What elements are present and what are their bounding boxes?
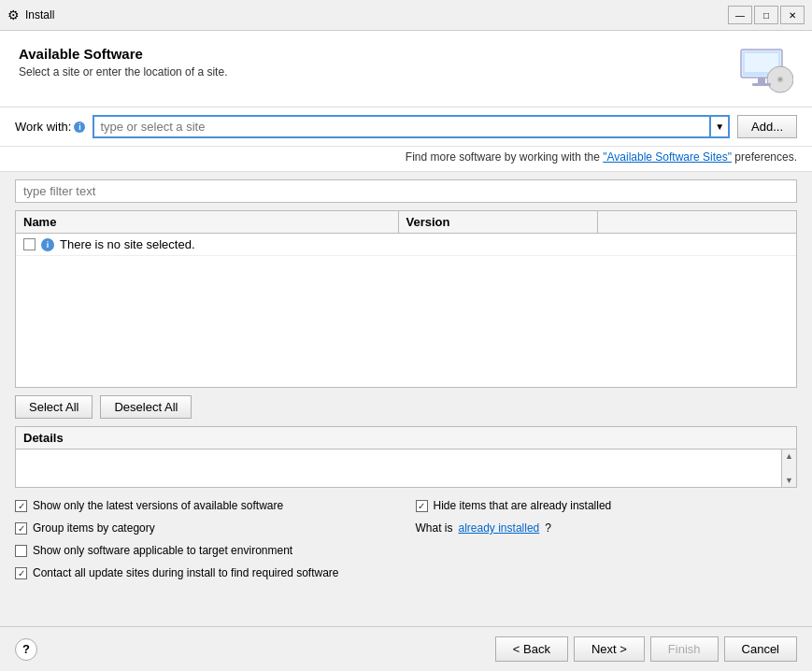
already-installed-link[interactable]: already installed — [459, 521, 540, 535]
option-what-is-suffix: ? — [545, 521, 551, 535]
title-bar: ⚙ Install — □ ✕ — [0, 0, 812, 31]
main-content: Available Software Select a site or ente… — [0, 31, 812, 626]
svg-rect-7 — [752, 83, 771, 86]
table-row: i There is no site selected. — [16, 234, 796, 256]
option-target-environment: Show only software applicable to target … — [15, 544, 397, 557]
finish-button[interactable]: Finish — [650, 636, 719, 662]
option-hide-installed-checkbox[interactable] — [416, 500, 428, 512]
select-buttons-row: Select All Deselect All — [0, 388, 812, 426]
table-cell-name: i There is no site selected. — [23, 237, 789, 251]
title-bar-title: Install — [25, 8, 728, 21]
site-dropdown-arrow[interactable]: ▼ — [711, 115, 730, 138]
scroll-down-icon[interactable]: ▼ — [785, 476, 793, 485]
header-text: Available Software Select a site or ente… — [19, 46, 227, 79]
option-hide-installed-label: Hide items that are already installed — [434, 499, 612, 512]
table-column-extra — [598, 211, 796, 233]
option-contact-update-sites: Contact all update sites during install … — [15, 566, 397, 579]
work-with-input-wrap: ▼ — [93, 115, 730, 138]
cancel-button[interactable]: Cancel — [724, 636, 797, 662]
options-col-left: Show only the latest versions of availab… — [15, 499, 397, 579]
option-group-by-category-checkbox[interactable] — [15, 522, 27, 535]
filter-row — [0, 172, 812, 210]
computer-icon-svg — [737, 46, 793, 97]
table-header: Name Version — [16, 211, 796, 234]
work-with-input[interactable] — [93, 115, 711, 138]
next-button[interactable]: Next > — [574, 636, 645, 662]
option-latest-versions-label: Show only the latest versions of availab… — [33, 499, 283, 512]
sites-info-row: Find more software by working with the "… — [0, 147, 812, 172]
svg-rect-6 — [758, 78, 765, 83]
option-group-by-category-label: Group items by category — [33, 521, 155, 535]
software-table: Name Version i There is no site selected… — [15, 210, 797, 388]
table-body: i There is no site selected. — [16, 234, 796, 387]
svg-point-5 — [779, 79, 781, 80]
add-button[interactable]: Add... — [737, 115, 797, 138]
options-section: Show only the latest versions of availab… — [0, 488, 812, 591]
work-with-row: Work with: i ▼ Add... — [0, 107, 812, 147]
option-latest-versions: Show only the latest versions of availab… — [15, 499, 397, 512]
option-latest-versions-checkbox[interactable] — [15, 500, 27, 512]
monitor-icon — [737, 46, 793, 97]
footer: ? < Back Next > Finish Cancel — [0, 626, 812, 671]
option-target-environment-label: Show only software applicable to target … — [33, 544, 292, 557]
title-bar-controls: — □ ✕ — [728, 6, 805, 24]
option-group-by-category: Group items by category — [15, 521, 397, 535]
table-column-version: Version — [399, 211, 598, 233]
details-body: ▲ ▼ — [16, 450, 796, 487]
footer-buttons: < Back Next > Finish Cancel — [495, 636, 797, 662]
footer-left: ? — [15, 638, 37, 661]
available-software-sites-link[interactable]: "Available Software Sites" — [603, 150, 732, 164]
back-button[interactable]: < Back — [495, 636, 568, 662]
option-hide-installed: Hide items that are already installed — [416, 499, 798, 512]
page-title: Available Software — [19, 46, 227, 62]
scroll-up-icon[interactable]: ▲ — [785, 451, 793, 461]
minimize-button[interactable]: — — [728, 6, 752, 24]
filter-input[interactable] — [15, 179, 797, 203]
row-name-text: There is no site selected. — [60, 237, 195, 251]
row-info-icon: i — [41, 238, 54, 251]
details-label: Details — [23, 431, 64, 445]
work-with-text: Work with: — [15, 120, 71, 134]
page-subtitle: Select a site or enter the location of a… — [19, 65, 227, 79]
option-what-is-prefix: What is — [416, 521, 453, 535]
sites-text-prefix: Find more software by working with the — [406, 150, 600, 164]
option-contact-update-sites-label: Contact all update sites during install … — [33, 566, 339, 579]
work-with-label: Work with: i — [15, 120, 85, 134]
header-area: Available Software Select a site or ente… — [0, 31, 812, 107]
details-header: Details — [16, 427, 796, 450]
maximize-button[interactable]: □ — [754, 6, 778, 24]
sites-text-suffix: preferences. — [734, 150, 797, 164]
help-button[interactable]: ? — [15, 638, 37, 661]
details-scrollbar[interactable]: ▲ ▼ — [781, 450, 796, 487]
info-icon: i — [74, 121, 85, 133]
details-section: Details ▲ ▼ — [15, 426, 797, 488]
close-button[interactable]: ✕ — [780, 6, 805, 24]
options-col-right: Hide items that are already installed Wh… — [416, 499, 798, 579]
title-bar-icon: ⚙ — [7, 7, 20, 22]
table-column-name: Name — [16, 211, 399, 233]
deselect-all-button[interactable]: Deselect All — [100, 395, 192, 419]
row-checkbox[interactable] — [23, 238, 36, 250]
option-what-is-installed: What is already installed ? — [416, 521, 798, 535]
option-contact-update-sites-checkbox[interactable] — [15, 567, 27, 579]
option-target-environment-checkbox[interactable] — [15, 545, 27, 557]
select-all-button[interactable]: Select All — [15, 395, 93, 419]
